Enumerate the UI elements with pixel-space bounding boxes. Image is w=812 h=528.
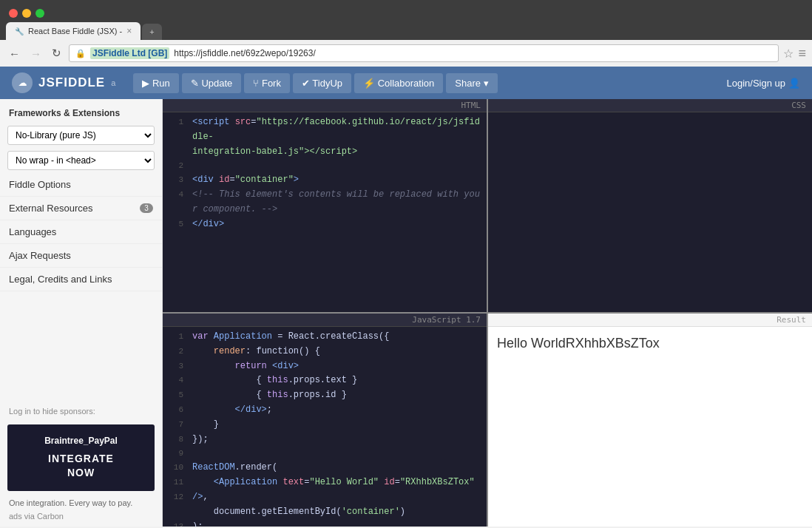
login-button[interactable]: Login/Sign up 👤	[726, 78, 800, 89]
ad-label: Log in to hide sponsors:	[0, 401, 162, 422]
code-text: </div>;	[192, 403, 272, 418]
js-panel: JavaScript 1.7 1 var Application = React…	[163, 314, 487, 527]
star-icon[interactable]: ☆	[783, 47, 794, 61]
sidebar-item-external-resources[interactable]: External Resources 3	[0, 197, 162, 220]
code-text: });	[192, 433, 209, 447]
traffic-light-yellow[interactable]	[22, 9, 31, 18]
login-label: Login/Sign up	[726, 78, 785, 89]
sidebar: Frameworks & Extensions No-Library (pure…	[0, 99, 163, 527]
tab-close[interactable]: ×	[126, 26, 132, 36]
html-lang-label: HTML	[461, 101, 481, 110]
sidebar-item-fiddle-options[interactable]: Fiddle Options	[0, 173, 162, 197]
main-content: Frameworks & Extensions No-Library (pure…	[0, 99, 812, 527]
code-line: 12 />, document.getElementById('containe…	[163, 490, 487, 520]
line-number: 3	[169, 173, 183, 188]
code-line: 9	[163, 447, 487, 461]
sponsor-ad[interactable]: Braintree_PayPal INTEGRATENOW	[7, 424, 155, 491]
line-number: 12	[169, 490, 183, 504]
line-number: 8	[169, 433, 183, 447]
sponsor-tagline: One integration. Every way to pay.	[0, 495, 162, 510]
back-button[interactable]: ←	[6, 46, 23, 61]
sidebar-item-label: External Resources	[9, 203, 92, 214]
line-number: 4	[169, 188, 183, 201]
logo-sub: a	[111, 78, 115, 87]
browser-tab-new[interactable]: +	[142, 24, 161, 40]
code-text: <script src="https://facebook.github.io/…	[192, 115, 481, 145]
code-text: <!-- This element's contents will be rep…	[192, 188, 481, 217]
ads-via: ads via Carbon	[0, 510, 162, 527]
wrap-select[interactable]: No wrap - in <head> No wrap - in <body> …	[7, 151, 155, 170]
code-line: 1 <script src="https://facebook.github.i…	[163, 115, 487, 145]
sidebar-item-languages[interactable]: Languages	[0, 220, 162, 244]
code-text: return <div>	[192, 359, 299, 374]
code-line: 1 var Application = React.createClass({	[163, 330, 487, 345]
code-text: render: function() {	[192, 345, 320, 359]
forward-button[interactable]: →	[27, 46, 44, 61]
css-editor-content[interactable]	[488, 112, 812, 312]
sidebar-item-ajax-requests[interactable]: Ajax Requests	[0, 244, 162, 268]
html-editor-content[interactable]: 1 <script src="https://facebook.github.i…	[163, 112, 487, 312]
code-text: var Application = React.createClass({	[192, 330, 389, 345]
code-text: );	[192, 520, 203, 527]
code-line: 5 { this.props.id }	[163, 388, 487, 403]
update-button[interactable]: ✎ Update	[182, 73, 242, 93]
run-button[interactable]: ▶ Run	[133, 73, 178, 93]
js-lang-label: JavaScript 1.7	[412, 315, 481, 325]
code-text: <div id="container">	[192, 173, 299, 188]
code-text: { this.props.id }	[192, 388, 347, 403]
fork-button[interactable]: ⑂ Fork	[244, 73, 290, 93]
editor-area: HTML 1 <script src="https://facebook.git…	[163, 99, 812, 527]
sidebar-item-label: Fiddle Options	[9, 179, 71, 190]
app: ☁ JSFIDDLE a ▶ Run ✎ Update ⑂ Fork ✔ Tid…	[0, 67, 812, 527]
css-panel: CSS	[488, 99, 812, 312]
refresh-button[interactable]: ↻	[49, 45, 64, 61]
code-line: 7 }	[163, 418, 487, 433]
tidy-button[interactable]: ✔ TidyUp	[293, 73, 351, 93]
collab-button[interactable]: ⚡ Collaboration	[354, 73, 443, 93]
tab-title: React Base Fiddle (JSX) -	[28, 27, 122, 35]
traffic-light-green[interactable]	[35, 9, 44, 18]
code-line: integration-babel.js"></script>	[163, 145, 487, 160]
share-button[interactable]: Share ▾	[446, 73, 497, 93]
sidebar-item-legal[interactable]: Legal, Credits and Links	[0, 268, 162, 291]
code-text: <Application text="Hello World" id="RXhh…	[192, 475, 475, 490]
result-text: Hello WorldRXhhbXBsZTox	[497, 336, 660, 351]
sponsor-name: Braintree_PayPal	[44, 436, 118, 446]
logo-area: ☁ JSFIDDLE a	[12, 72, 115, 93]
framework-select[interactable]: No-Library (pure JS) jQuery React	[7, 126, 155, 145]
code-line: 10 ReactDOM.render(	[163, 461, 487, 475]
code-text: ReactDOM.render(	[192, 461, 277, 475]
browser-chrome: 🔧 React Base Fiddle (JSX) - × +	[0, 0, 812, 40]
line-number: 5	[169, 388, 183, 403]
code-text: </div>	[192, 217, 224, 232]
code-line: 5 </div>	[163, 217, 487, 232]
result-lang-label: Result	[777, 315, 806, 325]
menu-icon[interactable]: ≡	[798, 46, 806, 61]
traffic-lights	[6, 6, 806, 22]
line-number: 2	[169, 345, 183, 359]
user-icon: 👤	[788, 78, 800, 89]
tab-favicon: 🔧	[15, 27, 24, 35]
result-panel: Result Hello WorldRXhhbXBsZTox	[488, 314, 812, 527]
css-lang-label: CSS	[791, 101, 806, 110]
code-line: 2 render: function() {	[163, 345, 487, 359]
line-number: 13	[169, 520, 183, 527]
address-url: https://jsfiddle.net/69z2wepo/19263/	[174, 48, 315, 58]
line-number: 7	[169, 418, 183, 433]
traffic-light-red[interactable]	[9, 9, 18, 18]
js-editor-content[interactable]: 1 var Application = React.createClass({ …	[163, 327, 487, 527]
code-line: 8 });	[163, 433, 487, 447]
browser-toolbar: ← → ↻ 🔒 JSFiddle Ltd [GB] https://jsfidd…	[0, 40, 812, 67]
line-number: 9	[169, 447, 183, 461]
line-number: 2	[169, 159, 183, 173]
css-panel-header: CSS	[488, 99, 812, 112]
logo-text: JSFIDDLE	[38, 75, 105, 90]
address-bar[interactable]: 🔒 JSFiddle Ltd [GB] https://jsfiddle.net…	[69, 44, 779, 62]
address-highlight: JSFiddle Ltd [GB]	[90, 47, 169, 59]
browser-tab-active[interactable]: 🔧 React Base Fiddle (JSX) - ×	[6, 22, 141, 40]
html-panel-header: HTML	[163, 99, 487, 112]
code-line: 3 return <div>	[163, 359, 487, 374]
line-number: 11	[169, 475, 183, 490]
code-line: 4 <!-- This element's contents will be r…	[163, 188, 487, 217]
line-number: 1	[169, 115, 183, 129]
